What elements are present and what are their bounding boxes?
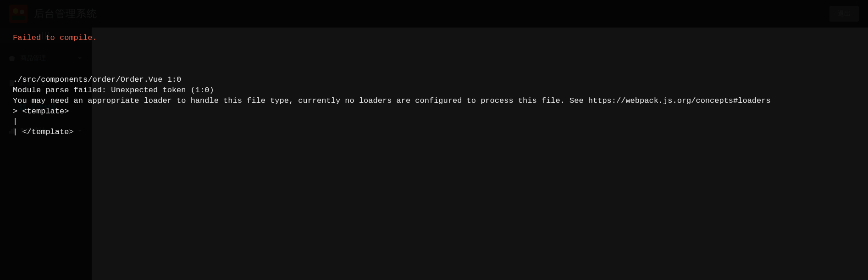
error-title: Failed to compile.	[13, 33, 855, 44]
compile-error-overlay: Failed to compile. ./src/components/orde…	[0, 0, 868, 280]
app-root: 后台管理系统 退出 ||| 商品管理	[0, 0, 868, 280]
error-body: ./src/components/order/Order.Vue 1:0 Mod…	[13, 75, 855, 138]
